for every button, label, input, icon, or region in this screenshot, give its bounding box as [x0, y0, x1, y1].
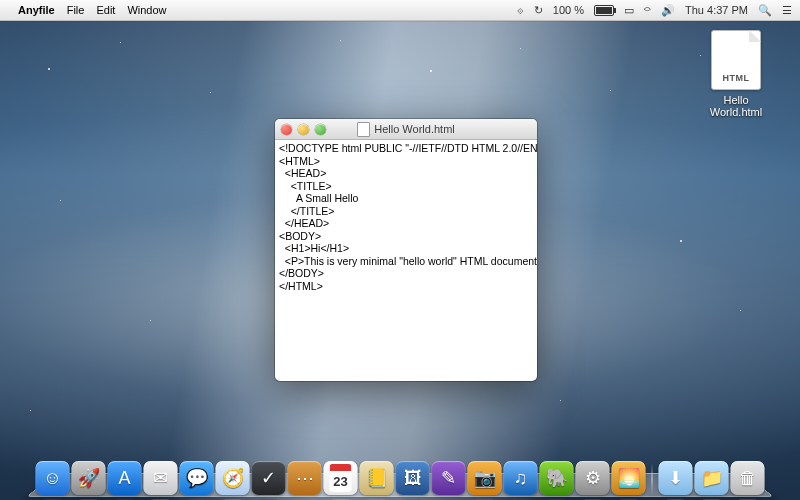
menu-edit[interactable]: Edit	[96, 4, 115, 16]
folder-icon: 📁	[701, 467, 723, 489]
system-prefs-icon: ⚙	[585, 467, 601, 489]
airplay-icon[interactable]: ▭	[624, 4, 634, 17]
dock-text-app[interactable]: ✎	[432, 461, 466, 495]
dock-iphoto[interactable]: 🌅	[612, 461, 646, 495]
volume-icon[interactable]: 🔊	[661, 4, 675, 17]
document-proxy-icon[interactable]	[357, 122, 370, 137]
dock-itunes[interactable]: ♫	[504, 461, 538, 495]
trash-icon: 🗑	[739, 468, 757, 489]
dock-finder[interactable]: ☺	[36, 461, 70, 495]
mail-icon: ✉	[153, 467, 168, 489]
battery-percent[interactable]: 100 %	[553, 4, 584, 16]
wifi-icon[interactable]: ⌔	[644, 4, 651, 16]
dock-messages[interactable]: 💬	[180, 461, 214, 495]
app-menu[interactable]: Anyfile	[18, 4, 55, 16]
dock-launchpad[interactable]: 🚀	[72, 461, 106, 495]
dock-folder[interactable]: 📁	[695, 461, 729, 495]
photo-booth-icon: 📷	[474, 467, 496, 489]
app-store-icon: A	[118, 468, 130, 489]
file-name: Hello World.html	[700, 94, 772, 118]
clock[interactable]: Thu 4:37 PM	[685, 4, 748, 16]
calendar-icon: 23	[329, 464, 351, 492]
dock-system-prefs[interactable]: ⚙	[576, 461, 610, 495]
menu-file[interactable]: File	[67, 4, 85, 16]
time-machine-icon[interactable]: ↻	[534, 4, 543, 17]
dock-reminders[interactable]: ✓	[252, 461, 286, 495]
dropbox-icon[interactable]: ⟐	[517, 4, 524, 16]
iphoto-icon: 🌅	[618, 467, 640, 489]
document-content[interactable]: <!DOCTYPE html PUBLIC "-//IETF//DTD HTML…	[275, 140, 537, 294]
battery-icon[interactable]	[594, 5, 614, 16]
dock-notes[interactable]: 📒	[360, 461, 394, 495]
downloads-icon: ⬇	[668, 467, 683, 489]
zoom-button[interactable]	[315, 124, 326, 135]
dock-photo-booth[interactable]: 📷	[468, 461, 502, 495]
reeder-icon: ⋯	[296, 467, 314, 489]
dock-safari[interactable]: 🧭	[216, 461, 250, 495]
file-badge: HTML	[712, 73, 760, 83]
notes-icon: 📒	[366, 467, 388, 489]
safari-icon: 🧭	[222, 467, 244, 489]
window-title: Hello World.html	[374, 123, 455, 135]
dock-reeder[interactable]: ⋯	[288, 461, 322, 495]
window-titlebar[interactable]: Hello World.html	[275, 119, 537, 140]
text-editor-window: Hello World.html <!DOCTYPE html PUBLIC "…	[275, 119, 537, 381]
dock-evernote[interactable]: 🐘	[540, 461, 574, 495]
dock-separator	[652, 463, 653, 495]
dock-preview[interactable]: 🖼	[396, 461, 430, 495]
reminders-icon: ✓	[261, 467, 276, 489]
desktop-file-hello-world[interactable]: HTML Hello World.html	[700, 30, 772, 118]
minimize-button[interactable]	[298, 124, 309, 135]
menu-bar: Anyfile File Edit Window ⟐ ↻ 100 % ▭ ⌔ 🔊…	[0, 0, 800, 21]
dock-trash[interactable]: 🗑	[731, 461, 765, 495]
dock-mail[interactable]: ✉	[144, 461, 178, 495]
launchpad-icon: 🚀	[78, 467, 100, 489]
spotlight-icon[interactable]: 🔍	[758, 4, 772, 17]
text-app-icon: ✎	[441, 467, 456, 489]
finder-icon: ☺	[43, 468, 61, 489]
dock-app-store[interactable]: A	[108, 461, 142, 495]
dock-downloads[interactable]: ⬇	[659, 461, 693, 495]
menu-window[interactable]: Window	[127, 4, 166, 16]
close-button[interactable]	[281, 124, 292, 135]
messages-icon: 💬	[186, 467, 208, 489]
dock-calendar[interactable]: 23	[324, 461, 358, 495]
preview-icon: 🖼	[404, 468, 422, 489]
itunes-icon: ♫	[514, 468, 528, 489]
notification-center-icon[interactable]: ☰	[782, 4, 792, 17]
dock: ☺🚀A✉💬🧭✓⋯23📒🖼✎📷♫🐘⚙🌅⬇📁🗑	[26, 457, 775, 497]
evernote-icon: 🐘	[546, 467, 568, 489]
